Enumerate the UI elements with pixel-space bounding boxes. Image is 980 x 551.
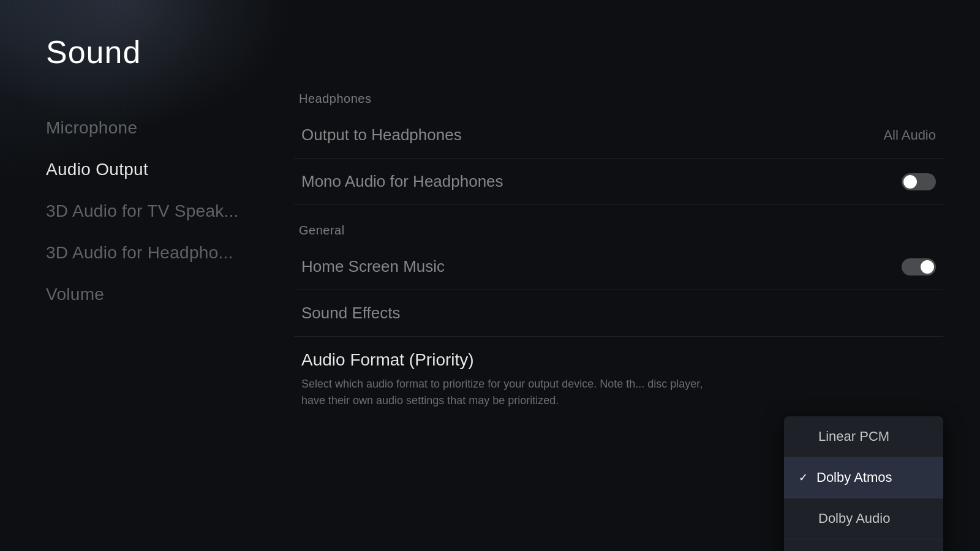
menu-item-mono-audio[interactable]: Mono Audio for Headphones [294, 159, 943, 205]
dropdown-option-dolby-atmos[interactable]: ✓ Dolby Atmos [784, 457, 943, 498]
section-label-headphones: Headphones [294, 92, 943, 106]
menu-item-home-screen-music[interactable]: Home Screen Music [294, 244, 943, 290]
dropdown-label-dolby-atmos: Dolby Atmos [816, 470, 892, 485]
section-label-general: General [294, 223, 943, 238]
output-to-headphones-label: Output to Headphones [301, 126, 462, 144]
dropdown-label-dolby-audio: Dolby Audio [818, 511, 890, 527]
sidebar-item-volume[interactable]: Volume [46, 274, 303, 315]
dropdown-label-linear-pcm: Linear PCM [818, 429, 889, 444]
audio-format-description: Select which audio format to prioritize … [301, 376, 718, 409]
menu-item-output-to-headphones[interactable]: Output to Headphones All Audio [294, 112, 943, 159]
main-content: Headphones Output to Headphones All Audi… [294, 92, 943, 414]
sidebar-item-audio-output[interactable]: Audio Output [46, 149, 303, 190]
output-to-headphones-value: All Audio [883, 127, 936, 143]
home-screen-music-toggle-knob [921, 260, 934, 274]
sidebar: Sound Microphone Audio Output 3D Audio f… [46, 34, 303, 315]
menu-item-sound-effects[interactable]: Sound Effects [294, 290, 943, 337]
section-gap-1 [294, 205, 943, 223]
audio-format-title: Audio Format (Priority) [301, 350, 936, 370]
sidebar-item-microphone[interactable]: Microphone [46, 107, 303, 149]
checkmark-dolby-atmos: ✓ [799, 471, 808, 484]
audio-format-section: Audio Format (Priority) Select which aud… [294, 337, 943, 414]
mono-audio-toggle[interactable] [902, 173, 936, 190]
sidebar-item-3d-audio-headphones[interactable]: 3D Audio for Headpho... [46, 232, 303, 274]
dropdown-option-linear-pcm[interactable]: Linear PCM [784, 416, 943, 457]
home-screen-music-label: Home Screen Music [301, 257, 445, 276]
sidebar-nav: Microphone Audio Output 3D Audio for TV … [46, 107, 303, 315]
sound-effects-label: Sound Effects [301, 304, 400, 323]
mono-audio-toggle-knob [903, 175, 917, 189]
home-screen-music-toggle[interactable] [902, 258, 936, 276]
dropdown-popup: Linear PCM ✓ Dolby Atmos Dolby Audio DTS [784, 416, 943, 551]
sidebar-item-3d-audio-tv[interactable]: 3D Audio for TV Speak... [46, 190, 303, 232]
mono-audio-label: Mono Audio for Headphones [301, 172, 503, 191]
page-title: Sound [46, 34, 303, 70]
dropdown-option-dolby-audio[interactable]: Dolby Audio [784, 498, 943, 539]
dropdown-option-dts[interactable]: DTS [784, 539, 943, 551]
